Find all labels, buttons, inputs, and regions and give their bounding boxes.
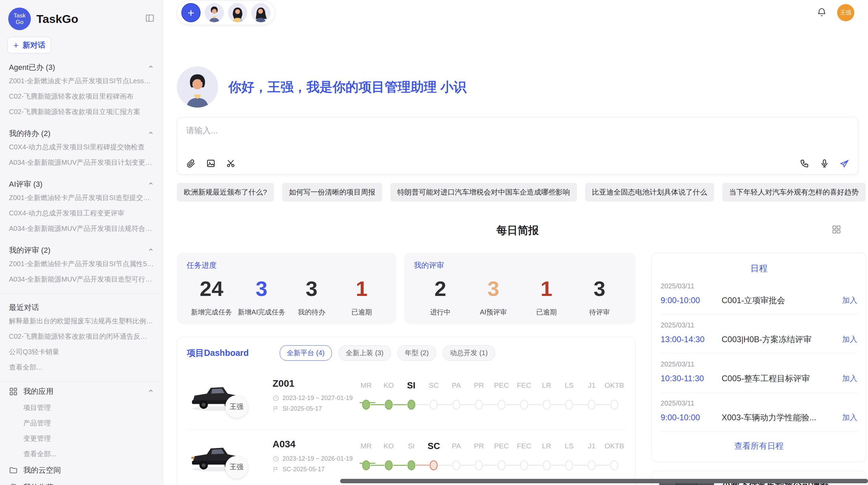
assistant-avatar[interactable]: [251, 3, 270, 22]
suggestion-chip[interactable]: 如何写一份清晰的项目周报: [282, 183, 382, 201]
section-list-my-todo: C0X4-动力总成开发项目SI里程碑提交物检查A034-全新新能源MUV产品开发…: [8, 139, 155, 170]
divider: [0, 381, 163, 382]
chevron-up-icon[interactable]: [148, 180, 154, 189]
suggestion-chip[interactable]: 当下年轻人对汽车外观有怎样的喜好趋势: [722, 183, 866, 201]
app-item[interactable]: 产品管理: [8, 415, 155, 431]
sidebar-item[interactable]: C02-飞腾新能源轻客改款项目里程碑画布: [8, 89, 155, 104]
project-dashboard-card: 项目Dashboard 全新平台 (4)全新上装 (3)年型 (2)动总开发 (…: [177, 337, 636, 485]
recent-chat-item[interactable]: 解释最新出台的欧盟报废车法规再生塑料比例被调至15%...: [8, 313, 155, 329]
suggestion-chip[interactable]: 欧洲新规最近颁布了什么?: [177, 183, 274, 201]
project-code: Z001: [273, 378, 355, 389]
briefing-title: 每日简报: [496, 224, 539, 236]
dashboard-filter-chip[interactable]: 动总开发 (1): [443, 345, 495, 361]
chevron-up-icon[interactable]: [148, 387, 154, 396]
send-icon[interactable]: [840, 159, 849, 168]
chat-input[interactable]: [186, 126, 849, 135]
plus-icon: +: [13, 40, 19, 51]
image-upload-icon[interactable]: [206, 159, 216, 168]
milestone-node: [430, 460, 438, 470]
join-event-link[interactable]: 加入: [842, 412, 857, 423]
dashboard-filter-chip[interactable]: 年型 (2): [398, 345, 436, 361]
sidebar-item[interactable]: C0X4-动力总成开发项目工程变更评审: [8, 206, 155, 221]
phone-call-icon[interactable]: [800, 159, 809, 168]
sidebar-item[interactable]: A034-全新新能源MUV产品开发项目法规符合性评审: [8, 221, 155, 236]
milestone-label: OKTB: [603, 378, 626, 392]
join-event-link[interactable]: 加入: [842, 373, 857, 384]
sidebar-item[interactable]: C02-飞腾新能源轻客改款项目立项汇报方案: [8, 104, 155, 120]
schedule-event: 2025/03/11 10:30-11:30 C005-整车工程目标评审 加入: [661, 353, 857, 393]
project-media: 王强: [187, 377, 273, 413]
milestone: LR: [535, 378, 558, 414]
dashboard-filter-chip[interactable]: 全新上装 (3): [339, 345, 391, 361]
user-avatar[interactable]: 王强: [837, 4, 854, 21]
sidebar-item-cloud-space[interactable]: 我的云空间: [8, 462, 155, 479]
stat-label: 待评审: [573, 308, 626, 317]
app-item[interactable]: 变更管理: [8, 431, 155, 446]
section-header-agent-done[interactable]: Agent已办 (3): [9, 62, 154, 73]
sidebar-item-favorites[interactable]: 我的收藏: [8, 479, 155, 485]
sidebar-item[interactable]: A034-全新新能源MUV产品开发项目计划变更表编写: [8, 155, 155, 170]
assistant-avatar[interactable]: [205, 3, 224, 22]
recent-chat-item[interactable]: C02-飞腾新能源轻客改款项目的闭环通告反馈情况: [8, 329, 155, 344]
assistant-avatar[interactable]: [228, 3, 247, 22]
app-item[interactable]: 查看全部...: [8, 446, 155, 462]
chevron-up-icon[interactable]: [148, 129, 154, 138]
milestone-label: SC: [422, 439, 445, 453]
stat-item: 24 新增完成任务: [186, 275, 237, 317]
section-header-ai-review[interactable]: AI评审 (3): [9, 179, 154, 189]
suggestion-chip[interactable]: 特朗普可能对进口汽车增税会对中国车企造成哪些影响: [390, 183, 577, 201]
sidebar-item-my-apps[interactable]: 我的应用: [8, 383, 155, 400]
attachment-icon[interactable]: [186, 159, 196, 168]
milestone-connector: [551, 465, 565, 466]
sidebar-item[interactable]: Z001-全新燃油轻卡产品开发项目SI节点属性5D文件评审: [8, 256, 155, 272]
milestone: SC: [422, 439, 445, 475]
sidebar-item[interactable]: C0X4-动力总成开发项目SI里程碑提交物检查: [8, 139, 155, 155]
milestone-node: [475, 460, 483, 470]
sidebar-item[interactable]: A034-全新新能源MUV产品开发项目造型可行性评审: [8, 272, 155, 287]
main-area: + 王强 你好，王强，我是你的: [163, 0, 868, 485]
milestone-label: SC: [422, 378, 445, 392]
join-event-link[interactable]: 加入: [842, 334, 857, 345]
section-list-my-review: Z001-全新燃油轻卡产品开发项目SI节点属性5D文件评审A034-全新新能源M…: [8, 256, 155, 287]
notifications-bell-icon[interactable]: [817, 7, 827, 18]
app-root: Task Go TaskGo + 新对话 Agent已办 (3) Z001-全新…: [0, 0, 868, 485]
dashboard-filter-chip[interactable]: 全新平台 (4): [280, 345, 332, 361]
join-event-link[interactable]: 加入: [842, 295, 857, 306]
sidebar-item[interactable]: Z001-全新燃油轻卡产品开发项目SI造型提交物评审: [8, 190, 155, 206]
new-chat-button[interactable]: + 新对话: [8, 37, 51, 53]
section-header-my-todo[interactable]: 我的待办 (2): [9, 128, 154, 139]
input-tools-left: [186, 159, 236, 168]
dashboard-filters: 全新平台 (4)全新上装 (3)年型 (2)动总开发 (1): [280, 345, 495, 361]
chevron-up-icon[interactable]: [148, 63, 154, 72]
milestone: SC: [422, 378, 445, 414]
milestone-node: [611, 460, 618, 470]
stat-value: 2: [414, 275, 467, 302]
project-owner-badge: 王强: [225, 395, 248, 418]
milestone-connector: [371, 465, 384, 466]
apps-list: 项目管理产品管理变更管理查看全部...: [8, 400, 155, 462]
view-all-schedule-link[interactable]: 查看所有日程: [661, 432, 857, 458]
project-row[interactable]: 王强 A034 2023-12-19 ~ 2026-01-19 SC-2025-…: [187, 430, 626, 481]
milestone-node: [407, 400, 415, 410]
milestone: OKTB: [603, 378, 626, 414]
scissors-icon[interactable]: [226, 159, 236, 168]
app-item[interactable]: 项目管理: [8, 400, 155, 415]
milestone: OKTB: [603, 439, 626, 475]
milestone-label: PEC: [490, 378, 513, 392]
chevron-up-icon[interactable]: [148, 246, 154, 255]
layout-grid-icon[interactable]: [832, 225, 841, 236]
project-info: A034 2023-12-19 ~ 2026-01-19 SC-2025-05-…: [273, 439, 355, 473]
suggestion-chip[interactable]: 比亚迪全固态电池计划具体说了什么: [585, 183, 714, 201]
recent-chat-item[interactable]: 公司Q3轻卡销量: [8, 344, 155, 360]
project-row[interactable]: 王强 Z001 2023-12-19 ~ 2027-01-19 SI-2025-…: [187, 370, 626, 421]
sidebar-item[interactable]: Z001-全新燃油皮卡产品开发项目SI节点Lesson Learn报告: [8, 73, 155, 89]
recent-chat-item[interactable]: 查看全部...: [8, 360, 155, 375]
stat-label: 已逾期: [337, 308, 387, 317]
stat-value: 3: [287, 275, 337, 302]
microphone-icon[interactable]: [820, 159, 829, 168]
add-assistant-button[interactable]: +: [181, 3, 201, 22]
collapse-sidebar-icon[interactable]: [145, 13, 155, 24]
section-header-my-review[interactable]: 我的评审 (2): [9, 245, 154, 256]
horizontal-scrollbar[interactable]: [340, 479, 868, 483]
stat-value: 3: [237, 275, 287, 302]
